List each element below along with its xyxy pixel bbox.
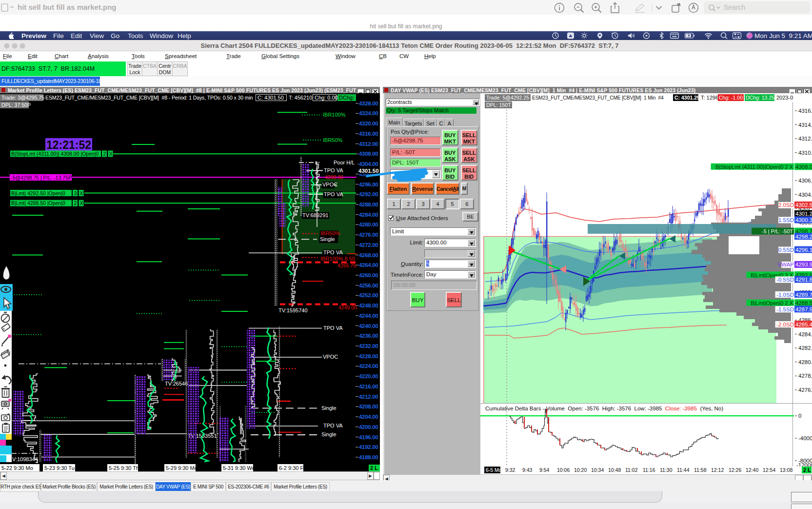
svg-text:2 L: 2 L [370,465,378,471]
svg-text:4324.00: 4324.00 [359,110,378,116]
svg-text:TPO VA: TPO VA [324,191,343,197]
svg-text:4288.50: 4288.50 [795,300,812,306]
svg-text:11:16: 11:16 [643,467,655,473]
svg-text:5-23 9:30 Tu: 5-23 9:30 Tu [44,465,75,471]
svg-text:12:54: 12:54 [763,467,775,473]
svg-text:1.5SD: 1.5SD [778,217,794,223]
svg-text:4293.97: 4293.97 [795,262,812,267]
svg-text:0.5SD: 0.5SD [778,247,794,253]
svg-text:4260.00: 4260.00 [359,272,378,278]
svg-text:4296.10: 4296.10 [795,247,812,253]
svg-text:4284.00: 4284.00 [359,212,378,218]
svg-text:9:32: 9:32 [505,467,515,473]
svg-text:2: 2 [74,200,77,206]
svg-text:X: X [109,151,113,157]
svg-text:4200.00: 4200.00 [359,424,378,430]
svg-text:4328.00: 4328.00 [359,101,378,106]
svg-text:ESM23_FUT_CME/MESM23_FUT_CME [: ESM23_FUT_CME/MESM23_FUT_CME [CBV][M] #8… [45,95,253,101]
svg-text:4208.00: 4208.00 [359,404,378,409]
svg-text:-4000: -4000 [798,435,812,441]
svg-text:IBR100%: IBR100% [323,112,346,118]
svg-text:-5@4298.75 | P/L: -13.75P: -5@4298.75 | P/L: -13.75P [11,175,72,181]
svg-text:4282.00: 4282.00 [798,345,812,351]
svg-text:4301.25: 4301.25 [795,211,812,217]
svg-text:4296.00: 4296.00 [359,182,378,187]
svg-text:DPL: 150T: DPL: 150T [486,102,511,108]
svg-text:11:02: 11:02 [625,467,638,473]
svg-text:TV:1595740: TV:1595740 [278,307,308,313]
svg-text:13:08: 13:08 [780,467,792,473]
svg-text:4308.00: 4308.00 [795,164,812,170]
svg-text:Single: Single [321,431,337,437]
svg-text:4304.00: 4304.00 [798,192,812,198]
svg-text:Chg: -1.00: Chg: -1.00 [719,95,743,101]
svg-text:12:12: 12:12 [711,467,724,473]
svg-text:IBR50%: IBR50% [320,230,340,236]
svg-text:4256.00: 4256.00 [359,283,378,288]
svg-text:X: X [80,200,83,206]
svg-text:TV:689291: TV:689291 [302,212,328,218]
svg-text:12:21:52: 12:21:52 [46,139,91,151]
svg-text:4204.00: 4204.00 [359,414,378,420]
svg-text:2023-0: 2023-0 [776,95,793,101]
svg-text:4196.00: 4196.00 [359,434,378,440]
svg-text:VPOC: VPOC [323,354,338,360]
svg-text:Trade: 3@4295.75: Trade: 3@4295.75 [1,95,44,101]
svg-text:TPO VA: TPO VA [323,249,343,255]
svg-text:4312.00: 4312.00 [798,136,812,142]
svg-text:4220.00: 4220.00 [359,373,378,379]
svg-text:Single: Single [321,405,337,411]
svg-text:-5 | P/L: -50T: -5 | P/L: -50T [762,228,793,234]
svg-text:4299.00: 4299.00 [325,174,343,180]
svg-text:2 L: 2 L [803,467,811,473]
svg-text:4292.00: 4292.00 [359,191,378,197]
svg-text:4284.00: 4284.00 [798,331,812,337]
svg-text:4304.00: 4304.00 [359,161,378,167]
svg-text:4212.00: 4212.00 [359,394,378,400]
svg-text:TPO VA: TPO VA [324,167,343,173]
svg-text:4224.00: 4224.00 [359,363,378,369]
svg-text:Chg: 0.00: Chg: 0.00 [315,95,338,101]
svg-text:T: 1296: T: 1296 [701,95,718,101]
svg-text:4308.00: 4308.00 [359,151,378,157]
svg-text:VPOC: VPOC [322,182,337,187]
svg-text:T: 456210: T: 456210 [289,95,312,101]
svg-text:B|Lmt|Open|0 2 X: B|Lmt|Open|0 2 X [751,300,793,306]
svg-text:4298.29: 4298.29 [795,234,812,240]
svg-text:4302.51: 4302.51 [795,202,812,208]
svg-text:4240.00: 4240.00 [359,323,378,329]
svg-text:10:06: 10:06 [557,467,570,473]
svg-text:-1.0SD: -1.0SD [776,292,794,298]
svg-text:4228.00: 4228.00 [359,353,378,359]
svg-text:C: 4301.25: C: 4301.25 [674,95,700,101]
svg-text:C: 4301.50: C: 4301.50 [257,95,284,101]
svg-text:TPO VA: TPO VA [323,423,343,428]
svg-text:-2.0SD: -2.0SD [776,322,794,327]
svg-text:VWAP: VWAP [778,262,794,267]
svg-text:4272.00: 4272.00 [359,242,378,248]
svg-text:4232.00: 4232.00 [359,343,378,349]
svg-text:TPO VA: TPO VA [323,325,343,331]
svg-text:-1.5SD: -1.5SD [776,306,794,312]
svg-text:10:34: 10:34 [591,467,604,473]
svg-text:9:54: 9:54 [539,467,550,473]
svg-text:DPL: 37.50P: DPL: 37.50P [1,102,31,108]
svg-text:12:40: 12:40 [746,467,758,473]
svg-text:10:20: 10:20 [574,467,587,473]
svg-text:4280.00: 4280.00 [798,359,812,365]
svg-text:4300.37: 4300.37 [795,217,812,223]
svg-text:4310.00: 4310.00 [798,150,812,156]
svg-text:2.0SD: 2.0SD [778,202,794,208]
svg-text:ESM23_FUT_CME/MESM23_FUT_CME [: ESM23_FUT_CME/MESM23_FUT_CME [CBV][M] 1 … [532,95,664,101]
svg-text:4192.00: 4192.00 [359,444,378,450]
svg-text:B|StopLmt (4311.00)|Open|0 2: B|StopLmt (4311.00)|Open|0 2 X [715,164,793,170]
svg-text:Single: Single [320,236,335,242]
svg-text:4287.58: 4287.58 [795,306,812,312]
svg-text:IBR50%: IBR50% [323,137,343,143]
svg-text:11:58: 11:58 [694,467,707,473]
svg-text:4316.00: 4316.00 [359,131,378,137]
svg-text:4288.00: 4288.00 [359,202,378,207]
svg-text:2: 2 [103,151,106,157]
svg-text:6-2 9:30 Fr: 6-2 9:30 Fr [279,465,305,471]
svg-text:IBR100% 8.50: IBR100% 8.50 [320,256,355,262]
